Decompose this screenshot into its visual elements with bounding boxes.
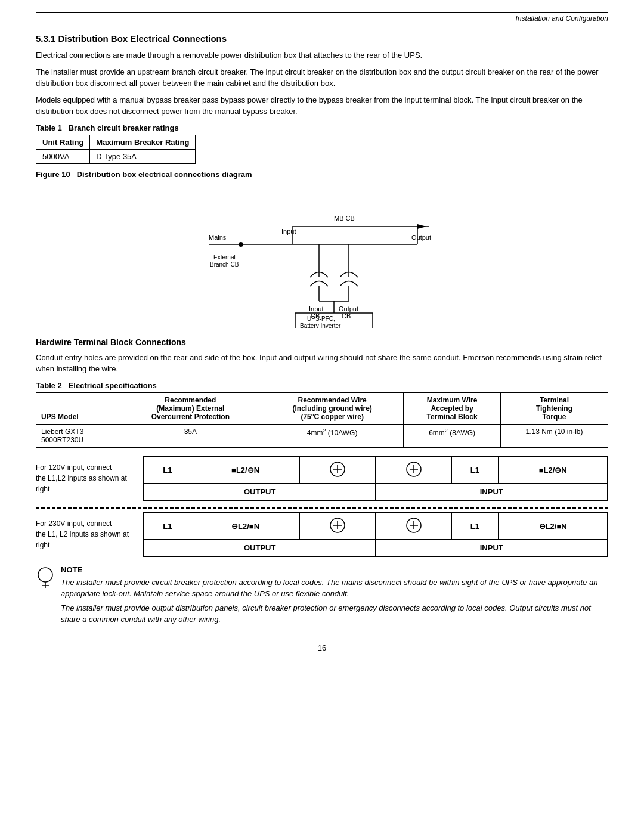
page-header: Installation and Configuration bbox=[36, 12, 608, 23]
wiring-120v-diagram: L1 ■L2/⊖N L1 ■L2/⊖ bbox=[143, 456, 608, 501]
svg-text:Input: Input bbox=[281, 228, 296, 235]
cell-gnd-out-230 bbox=[300, 513, 376, 539]
circuit-diagram-svg: Mains External Branch CB Input MB CB Out… bbox=[191, 185, 453, 328]
wiring-120v-table: L1 ■L2/⊖N L1 ■L2/⊖ bbox=[144, 457, 608, 500]
table1-breaker-rating: D Type 35A bbox=[90, 149, 196, 163]
cell-l2-in: ■L2/⊖N bbox=[499, 457, 608, 483]
spec-col4-header: Maximum Wire Accepted by Terminal Block bbox=[404, 392, 501, 424]
cell-l2-in-230: ⊖L2/■N bbox=[499, 513, 608, 539]
hardwire-title: Hardwire Terminal Block Connections bbox=[36, 337, 608, 347]
svg-text:External: External bbox=[213, 254, 236, 261]
output-label-120v: OUTPUT bbox=[144, 483, 376, 500]
note-paragraph-2: The installer must provide output distri… bbox=[61, 602, 608, 625]
cell-l1-in: L1 bbox=[451, 457, 499, 483]
cell-l2-out: ■L2/⊖N bbox=[191, 457, 300, 483]
note-icon bbox=[36, 566, 55, 592]
cell-l1-out: L1 bbox=[144, 457, 191, 483]
output-label-230v: OUTPUT bbox=[144, 539, 376, 556]
note-paragraph-1: The installer must provide circuit break… bbox=[61, 577, 608, 600]
spec-col1-header: UPS Model bbox=[36, 392, 120, 424]
input-label-120v: INPUT bbox=[376, 483, 608, 500]
note-header: NOTE bbox=[61, 565, 608, 574]
svg-text:Branch CB: Branch CB bbox=[210, 261, 239, 268]
wiring-230v-cells: L1 ⊖L2/■N L1 ⊖L2/■ bbox=[144, 513, 608, 539]
spec-col5-header: Terminal Tightening Torque bbox=[500, 392, 608, 424]
svg-text:Battery Inverter: Battery Inverter bbox=[300, 323, 341, 328]
spec-max-wire: 6mm2 (8AWG) bbox=[404, 424, 501, 447]
cell-l1-out-230: L1 bbox=[144, 513, 191, 539]
paragraph-3: Models equipped with a manual bypass bre… bbox=[36, 94, 608, 117]
input-label-230v: INPUT bbox=[376, 539, 608, 556]
svg-point-40 bbox=[38, 568, 52, 582]
spec-wire: 4mm2 (10AWG) bbox=[261, 424, 403, 447]
page-footer: 16 bbox=[36, 640, 608, 652]
table-row: 5000VA D Type 35A bbox=[36, 149, 196, 163]
spec-torque: 1.13 Nm (10 in-lb) bbox=[500, 424, 608, 447]
svg-text:UPS-PFC,: UPS-PFC, bbox=[307, 315, 335, 322]
svg-text:MB CB: MB CB bbox=[334, 215, 355, 222]
svg-text:Mains: Mains bbox=[209, 234, 227, 241]
section-title: 5.3.1 Distribution Box Electrical Connec… bbox=[36, 33, 608, 44]
cell-l1-in-230: L1 bbox=[451, 513, 499, 539]
wiring-separator bbox=[36, 507, 608, 509]
wiring-120v-label: For 120V input, connect the L1,L2 inputs… bbox=[36, 456, 143, 501]
wiring-120v-cells: L1 ■L2/⊖N L1 ■L2/⊖ bbox=[144, 457, 608, 483]
spec-protection: 35A bbox=[120, 424, 261, 447]
table1: Unit Rating Maximum Breaker Rating 5000V… bbox=[36, 135, 196, 164]
table1-col1-header: Unit Rating bbox=[36, 135, 90, 149]
cell-gnd-in bbox=[376, 457, 451, 483]
wiring-230v-table: L1 ⊖L2/■N L1 ⊖L2/■ bbox=[144, 513, 608, 556]
svg-text:CB: CB bbox=[342, 312, 351, 320]
wiring-230v-label: For 230V input, connect the L1, L2 input… bbox=[36, 512, 143, 557]
cell-l2-out-230: ⊖L2/■N bbox=[191, 513, 300, 539]
table-row: Liebert GXT35000RT230U 35A 4mm2 (10AWG) … bbox=[36, 424, 608, 447]
wiring-120v-labels: OUTPUT INPUT bbox=[144, 483, 608, 500]
cell-gnd-out bbox=[300, 457, 376, 483]
paragraph-2: The installer must provide an upstream b… bbox=[36, 66, 608, 89]
svg-text:Output: Output bbox=[339, 305, 358, 312]
spec-col3-header: Recommended Wire (Including ground wire)… bbox=[261, 392, 403, 424]
hardwire-paragraph: Conduit entry holes are provided on the … bbox=[36, 352, 608, 375]
figure10-label: Figure 10 Distribution box electrical co… bbox=[36, 170, 608, 179]
wiring-120v-section: For 120V input, connect the L1,L2 inputs… bbox=[36, 456, 608, 501]
paragraph-1: Electrical connections are made through … bbox=[36, 49, 608, 61]
spec-model: Liebert GXT35000RT230U bbox=[36, 424, 120, 447]
diagram-figure10: Mains External Branch CB Input MB CB Out… bbox=[36, 185, 608, 328]
table1-unit-rating: 5000VA bbox=[36, 149, 90, 163]
svg-text:Input: Input bbox=[309, 305, 323, 312]
wiring-230v-labels: OUTPUT INPUT bbox=[144, 539, 608, 556]
wiring-230v-diagram: L1 ⊖L2/■N L1 ⊖L2/■ bbox=[143, 512, 608, 557]
cell-gnd-in-230 bbox=[376, 513, 451, 539]
wiring-230v-section: For 230V input, connect the L1, L2 input… bbox=[36, 512, 608, 557]
spec-col2-header: Recommended (Maximum) External Overcurre… bbox=[120, 392, 261, 424]
svg-text:Output: Output bbox=[411, 234, 431, 241]
note-content: NOTE The installer must provide circuit … bbox=[61, 565, 608, 628]
note-section: NOTE The installer must provide circuit … bbox=[36, 565, 608, 628]
table1-label: Table 1 Branch circuit breaker ratings bbox=[36, 123, 608, 132]
table2: UPS Model Recommended (Maximum) External… bbox=[36, 392, 608, 448]
table2-label: Table 2 Electrical specifications bbox=[36, 381, 608, 390]
table1-col2-header: Maximum Breaker Rating bbox=[90, 135, 196, 149]
